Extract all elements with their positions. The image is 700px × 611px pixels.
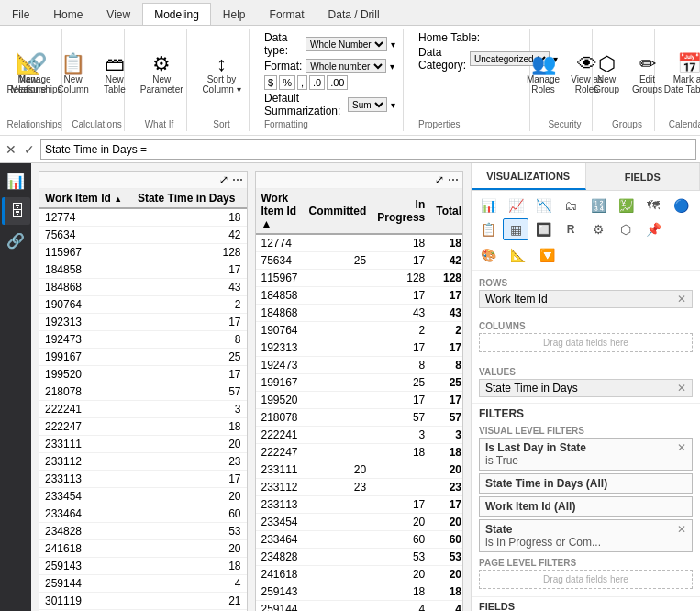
new-group-button[interactable]: ⬡ NewGroup (588, 52, 625, 96)
formula-input[interactable]: State Time in Days = (40, 139, 696, 160)
accept-formula-button[interactable]: ✓ (22, 140, 37, 159)
table-row[interactable]: 2180785757 (256, 409, 463, 427)
col-header-committed[interactable]: Committed (304, 189, 372, 234)
viz-filters[interactable]: 🔽 (534, 244, 560, 266)
table-row[interactable]: 7563442 (39, 227, 247, 244)
more-options-icon-right[interactable]: ⋯ (448, 173, 459, 186)
viz-format-paint[interactable]: 🎨 (475, 244, 501, 266)
viz-custom3[interactable]: 📌 (640, 218, 666, 240)
mark-date-table-button[interactable]: 📅 Mark asDate Table ▾ (661, 52, 700, 96)
tab-view[interactable]: View (94, 3, 142, 25)
table-row[interactable]: 1924738 (39, 331, 247, 349)
data-view-icon[interactable]: 🗄 (2, 197, 30, 225)
table-row[interactable]: 2334646060 (256, 531, 463, 549)
table-row[interactable]: 19247388 (256, 357, 463, 374)
viz-scatter[interactable]: 🔲 (530, 218, 556, 240)
filter-chip-state[interactable]: State is In Progress or Com... ✕ (479, 519, 693, 552)
percent-button[interactable]: % (279, 75, 295, 90)
viz-clustered-bar[interactable]: 📈 (503, 194, 528, 217)
viz-r-script[interactable]: R (558, 218, 583, 240)
table-row[interactable]: 1995201717 (256, 392, 463, 409)
cancel-formula-button[interactable]: ✕ (4, 140, 18, 159)
new-column-button[interactable]: 📋 NewColumn (53, 52, 92, 96)
dollar-button[interactable]: $ (264, 75, 277, 90)
table-row[interactable]: 2222471818 (256, 444, 463, 461)
remove-rows-field-button[interactable]: ✕ (677, 293, 686, 306)
table-row[interactable]: 19916725 (39, 349, 247, 366)
more-options-icon[interactable]: ⋯ (232, 173, 243, 186)
table-row[interactable]: 1923131717 (256, 339, 463, 357)
remove-values-field-button[interactable]: ✕ (677, 382, 686, 394)
table-row[interactable]: 2331122323 (256, 479, 463, 496)
filter-chip-state-days[interactable]: State Time in Days (All) (479, 473, 693, 494)
table-row[interactable]: 21807857 (39, 383, 247, 401)
report-view-icon[interactable]: 📊 (1, 167, 30, 195)
table-row[interactable]: 25914318 (39, 558, 247, 575)
col-header-work-item-id-r[interactable]: Work Item Id ▲ (256, 189, 304, 234)
viz-line-clustered[interactable]: 📋 (475, 218, 501, 240)
table-row[interactable]: 23482853 (39, 523, 247, 540)
viz-panel-tab[interactable]: VISUALIZATIONS (472, 163, 586, 190)
table-row[interactable]: 2591431818 (256, 583, 463, 601)
viz-custom2[interactable]: ⬡ (613, 218, 639, 240)
table-row[interactable]: 24161820 (39, 540, 247, 558)
table-row[interactable]: 1991672525 (256, 374, 463, 392)
manage-roles-button[interactable]: 👥 ManageRoles (523, 52, 563, 96)
viz-custom1[interactable]: ⚙ (585, 218, 611, 240)
table-row[interactable]: 115967128 (39, 244, 247, 261)
table-row[interactable]: 1848581717 (256, 287, 463, 305)
model-view-icon[interactable]: 🔗 (1, 227, 30, 255)
table-row[interactable]: 115967128128 (256, 270, 463, 287)
col-header-work-item-id[interactable]: Work Item Id ▲ (39, 189, 132, 208)
filter-chip-work-item[interactable]: Work Item Id (All) (479, 496, 693, 517)
tab-data-drill[interactable]: Data / Drill (317, 3, 392, 25)
table-row[interactable]: 2348285353 (256, 549, 463, 566)
table-row[interactable]: 30111921 (39, 593, 247, 610)
table-row[interactable]: 1277418 (39, 208, 247, 227)
comma-button[interactable]: , (297, 75, 307, 90)
table-row[interactable]: 23346460 (39, 505, 247, 523)
tab-home[interactable]: Home (41, 3, 94, 25)
viz-matrix[interactable]: ▦ (503, 218, 528, 240)
viz-analytics[interactable]: 📐 (505, 244, 530, 266)
table-row[interactable]: 19076422 (256, 322, 463, 339)
rows-field-chip[interactable]: Work Item Id ✕ (479, 290, 693, 308)
values-field-chip[interactable]: State Time in Days ✕ (479, 379, 693, 397)
table-row[interactable]: 2331131717 (256, 496, 463, 514)
viz-stacked-bar[interactable]: 📊 (475, 194, 501, 217)
maximize-icon-right[interactable]: ⤢ (435, 173, 444, 186)
table-row[interactable]: 18485817 (39, 261, 247, 279)
viz-stacked-col[interactable]: 🗂 (558, 194, 583, 217)
col-header-total[interactable]: Total (430, 189, 462, 234)
new-table-button[interactable]: 🗃 NewTable (96, 52, 133, 96)
table-row[interactable]: 23311317 (39, 471, 247, 488)
table-row[interactable]: 23345420 (39, 488, 247, 505)
tab-file[interactable]: File (0, 3, 41, 25)
table-row[interactable]: 1848684343 (256, 305, 463, 322)
col-header-in-progress[interactable]: In Progress (372, 189, 430, 234)
table-row[interactable]: 2334542020 (256, 514, 463, 531)
table-row[interactable]: 22224133 (256, 427, 463, 444)
data-type-select[interactable]: Whole Number (306, 37, 387, 51)
viz-line[interactable]: 🗺 (640, 194, 666, 217)
table-row[interactable]: 23311120 (39, 436, 247, 453)
tab-help[interactable]: Help (211, 3, 258, 25)
new-measure-button[interactable]: 📐 NewMeasure (6, 52, 50, 96)
table-row[interactable]: 25914444 (256, 601, 463, 612)
decimal-decrease-button[interactable]: .00 (327, 75, 348, 90)
table-row[interactable]: 75634251742 (256, 252, 463, 270)
table-row[interactable]: 19952017 (39, 366, 247, 383)
maximize-icon[interactable]: ⤢ (219, 173, 228, 186)
summarization-select[interactable]: Sum (348, 97, 387, 112)
table-row[interactable]: 1907642 (39, 296, 247, 314)
viz-clustered-col[interactable]: 🔢 (585, 194, 611, 217)
table-row[interactable]: 2416182020 (256, 566, 463, 583)
format-select[interactable]: Whole number (306, 59, 386, 73)
tab-modeling[interactable]: Modeling (142, 3, 211, 25)
viz-100-col[interactable]: 💹 (613, 194, 639, 217)
col-header-state-time-in-days[interactable]: State Time in Days (132, 189, 247, 208)
remove-filter-state[interactable]: ✕ (677, 523, 686, 536)
tab-format[interactable]: Format (258, 3, 317, 25)
viz-100-bar[interactable]: 📉 (530, 194, 556, 217)
table-row[interactable]: 2591444 (39, 575, 247, 593)
